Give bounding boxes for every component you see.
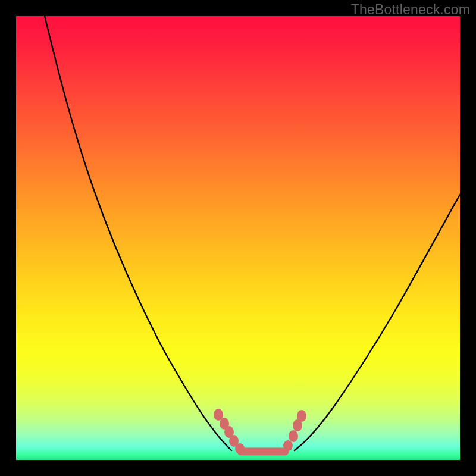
curve-left-branch bbox=[45, 16, 231, 450]
curve-right-branch bbox=[295, 195, 460, 450]
watermark-text: TheBottleneck.com bbox=[351, 2, 470, 18]
bead-group-right bbox=[283, 410, 306, 451]
outer-frame: TheBottleneck.com bbox=[0, 0, 476, 476]
bead-right-2 bbox=[293, 419, 302, 431]
bead-right-4 bbox=[283, 440, 293, 451]
plot-area bbox=[16, 16, 460, 460]
bottleneck-curve bbox=[16, 16, 460, 460]
bead-right-3 bbox=[289, 430, 298, 442]
bead-left-5 bbox=[235, 443, 245, 454]
